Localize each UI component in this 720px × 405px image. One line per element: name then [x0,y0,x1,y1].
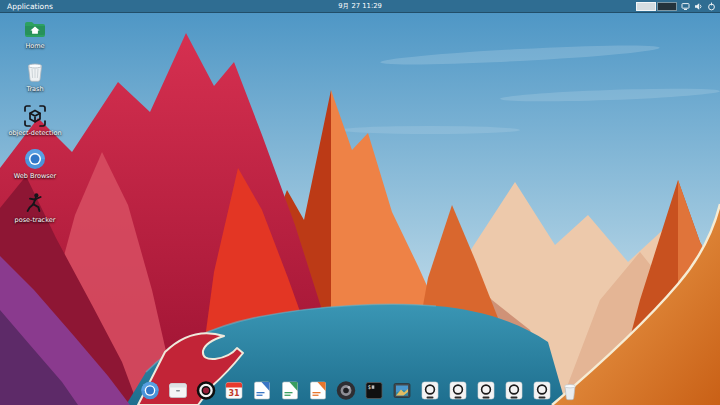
workspace-2[interactable] [657,2,677,11]
svg-text:$: $ [368,384,371,390]
power-icon[interactable] [707,2,716,11]
dock-item-camera-lens-app[interactable] [336,380,357,401]
dock-item-file-manager[interactable] [168,380,189,401]
dock-item-screen-recorder[interactable] [196,380,217,401]
dock-item-app-window-5[interactable] [532,380,553,401]
chromium-icon [23,146,47,172]
desktop-icon-home[interactable]: Home [2,16,68,50]
applications-menu-button[interactable]: Applications [4,0,56,13]
terminal-icon: $ [364,380,385,401]
dock: 31 $ [140,380,581,401]
doc-orange-icon [308,380,329,401]
dock-item-app-window-2[interactable] [448,380,469,401]
generic-window-icon [476,380,497,401]
dock-item-terminal[interactable]: $ [364,380,385,401]
panel-tray-area [636,0,716,13]
workspace-switcher [636,2,677,11]
desktop-icon-object-detection[interactable]: object-detection [2,103,68,137]
object-detection-icon [23,103,47,129]
svg-text:31: 31 [228,389,240,398]
volume-icon[interactable] [694,2,703,11]
file-manager-icon [168,380,189,401]
doc-blue-icon [252,380,273,401]
generic-window-icon [532,380,553,401]
workspace-1[interactable] [636,2,656,11]
dock-item-chromium-browser[interactable] [140,380,161,401]
dock-item-libreoffice-impress[interactable] [308,380,329,401]
doc-green-icon [280,380,301,401]
clock[interactable]: 9月 27 11:29 [338,0,382,13]
desktop-icon-list: Home Trash object-detection Web Browser … [2,16,68,224]
trash-light-icon [560,380,581,401]
lens-icon [336,380,357,401]
desktop-icon-web-browser[interactable]: Web Browser [2,146,68,180]
desktop-icon-label: Home [25,43,44,50]
dock-item-libreoffice-calc[interactable] [280,380,301,401]
wallpaper [0,0,720,405]
generic-window-icon [420,380,441,401]
dock-item-calendar[interactable]: 31 [224,380,245,401]
desktop-icon-label: object-detection [8,130,61,137]
top-panel: Applications 9月 27 11:29 [0,0,720,13]
desktop-icon-trash[interactable]: Trash [2,59,68,93]
desktop-icon-label: pose-tracker [15,217,56,224]
record-icon [196,380,217,401]
desktop-icon-label: Web Browser [14,173,57,180]
dock-item-app-window-3[interactable] [476,380,497,401]
home-folder-icon [23,16,47,42]
dock-item-app-window-4[interactable] [504,380,525,401]
calendar-icon: 31 [224,380,245,401]
photo-icon [392,380,413,401]
desktop-icon-pose-tracker[interactable]: pose-tracker [2,190,68,224]
chromium-icon [140,380,161,401]
generic-window-icon [504,380,525,401]
dock-item-app-window-1[interactable] [420,380,441,401]
dock-item-trash[interactable] [560,380,581,401]
desktop-icon-label: Trash [26,86,43,93]
display-icon[interactable] [681,2,690,11]
pose-tracker-icon [23,190,47,216]
dock-item-libreoffice-writer[interactable] [252,380,273,401]
generic-window-icon [448,380,469,401]
trash-can-icon [23,59,47,85]
dock-item-image-viewer[interactable] [392,380,413,401]
